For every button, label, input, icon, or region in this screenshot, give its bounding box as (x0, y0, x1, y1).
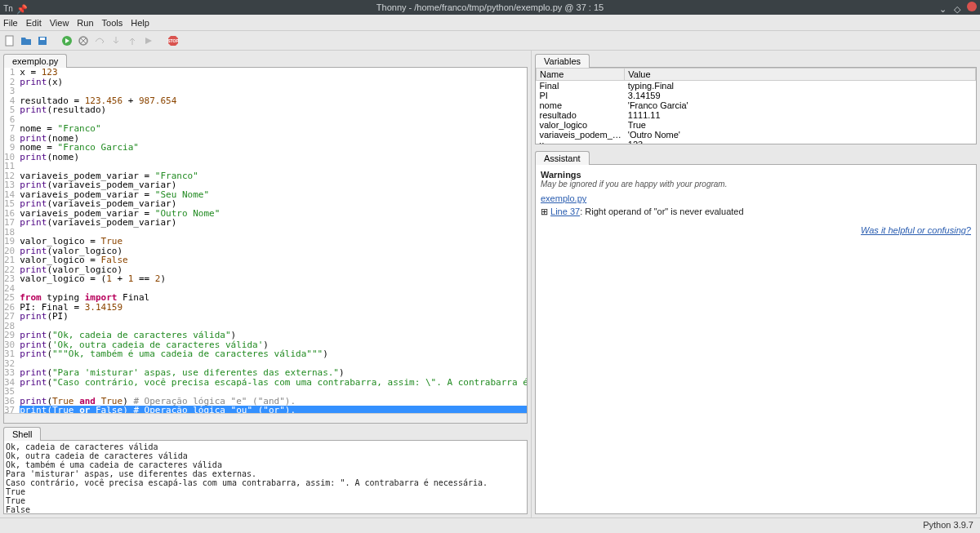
line-gutter: 1234567891011121314151617181920212223242… (4, 68, 20, 413)
warning-item[interactable]: ⊞ Line 37: Right operand of "or" is neve… (541, 207, 971, 217)
save-file-icon[interactable] (36, 34, 49, 47)
step-out-icon[interactable] (126, 34, 139, 47)
variable-row[interactable]: valor_logicoTrue (537, 120, 976, 130)
shell-output[interactable]: Ok, cadeia de caracteres válidaOk, outra… (3, 440, 528, 514)
variable-row[interactable]: Finaltyping.Final (537, 81, 976, 91)
warning-line-link[interactable]: Line 37 (550, 207, 580, 216)
assistant-file-link[interactable]: exemplo.py (541, 193, 586, 203)
menu-edit[interactable]: Edit (26, 18, 42, 28)
new-file-icon[interactable] (3, 34, 16, 47)
menu-run[interactable]: Run (77, 18, 93, 28)
menubar: FileEditViewRunToolsHelp (0, 15, 980, 31)
run-icon[interactable] (60, 34, 74, 47)
horizontal-scrollbar[interactable] (4, 413, 527, 423)
window-title: Thonny - /home/franco/tmp/python/exemplo… (376, 2, 604, 12)
menu-tools[interactable]: Tools (102, 18, 123, 28)
window-titlebar: Tn 📌 Thonny - /home/franco/tmp/python/ex… (0, 0, 980, 15)
code-area[interactable]: x = 123print(x) resultado = 123.456 + 98… (20, 68, 527, 413)
menu-help[interactable]: Help (131, 18, 149, 28)
open-file-icon[interactable] (20, 34, 33, 47)
variables-table[interactable]: Name Value Finaltyping.FinalPI3.14159nom… (535, 67, 977, 144)
pin-icon[interactable]: 📌 (16, 2, 26, 11)
var-col-value[interactable]: Value (625, 69, 976, 81)
shell-tabs: Shell (0, 424, 531, 440)
editor-tab[interactable]: exemplo.py (3, 54, 67, 68)
step-into-icon[interactable] (109, 34, 122, 47)
variable-row[interactable]: PI3.14159 (537, 91, 976, 100)
statusbar: Python 3.9.7 (0, 517, 980, 533)
stop-icon[interactable]: STOP (167, 34, 180, 47)
variable-row[interactable]: variaveis_podem_…'Outro Nome' (537, 130, 976, 140)
variables-tabs: Variables (532, 51, 980, 67)
code-editor[interactable]: 1234567891011121314151617181920212223242… (4, 68, 527, 413)
close-icon[interactable] (967, 2, 977, 11)
warning-text: : Right operand of "or" is never evaluat… (580, 207, 743, 216)
warnings-subtitle: May be ignored if you are happy with you… (541, 180, 971, 189)
assistant-tabs: Assistant (532, 148, 980, 164)
shell-tab[interactable]: Shell (3, 427, 41, 441)
resume-icon[interactable] (142, 34, 155, 47)
svg-rect-2 (40, 38, 45, 40)
variable-row[interactable]: x123 (537, 140, 976, 144)
svg-rect-0 (6, 36, 13, 46)
editor-panel: 1234567891011121314151617181920212223242… (3, 67, 528, 424)
variable-row[interactable]: resultado1111.11 (537, 110, 976, 120)
app-icon: Tn (3, 2, 13, 11)
menu-file[interactable]: File (3, 18, 18, 28)
toolbar: STOP (0, 31, 980, 51)
menu-view[interactable]: View (50, 18, 69, 28)
expand-icon[interactable]: ⊞ (541, 207, 550, 216)
assistant-output: Warnings May be ignored if you are happy… (535, 164, 977, 514)
svg-text:STOP: STOP (167, 38, 179, 43)
feedback-link[interactable]: Was it helpful or confusing? (861, 225, 971, 235)
debug-icon[interactable] (77, 34, 90, 47)
var-col-name[interactable]: Name (537, 69, 625, 81)
warnings-heading: Warnings (541, 170, 971, 180)
minimize-icon[interactable]: ⌄ (938, 2, 947, 11)
maximize-icon[interactable]: ◇ (952, 2, 962, 11)
variables-body: Finaltyping.FinalPI3.14159nome'Franco Ga… (537, 81, 976, 145)
assistant-tab[interactable]: Assistant (535, 151, 590, 165)
editor-tabs: exemplo.py (0, 51, 531, 67)
step-over-icon[interactable] (93, 34, 106, 47)
python-version: Python 3.9.7 (923, 520, 973, 530)
variables-tab[interactable]: Variables (535, 54, 590, 68)
variable-row[interactable]: nome'Franco Garcia' (537, 100, 976, 110)
